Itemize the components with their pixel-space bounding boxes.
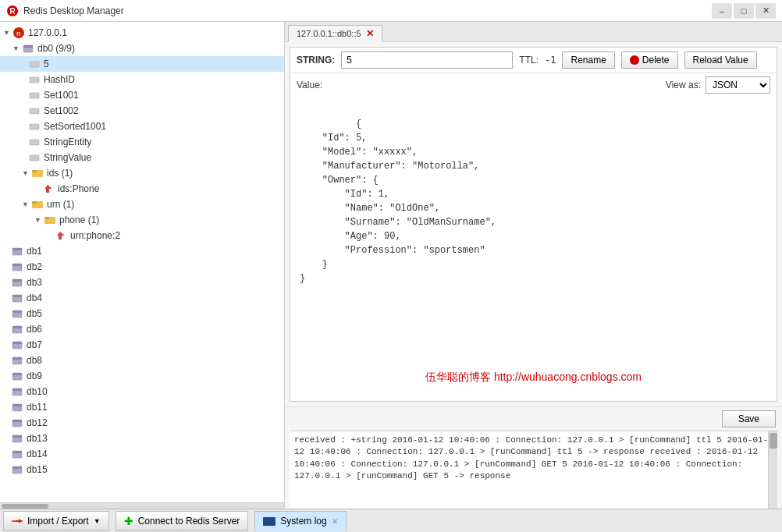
setsorted1001-node[interactable]: SetSorted1001 — [0, 119, 284, 134]
log-content[interactable]: received : +string 2016-01-12 10:40:06 :… — [290, 431, 777, 509]
right-panel: 127.0.0.1::db0::5 ✕ STRING: TTL: -1 Rena… — [285, 22, 782, 509]
ids-phone-node[interactable]: ids:Phone — [0, 181, 284, 197]
app-icon: R — [6, 5, 19, 17]
set1001-icon — [28, 89, 41, 101]
db8-label: db8 — [27, 355, 42, 366]
system-log-label: System log — [280, 516, 326, 527]
view-as-select[interactable]: JSON Plain Text HEX — [706, 76, 770, 94]
maximize-button[interactable]: □ — [734, 3, 754, 19]
urn-folder-icon — [31, 198, 44, 211]
db12-node[interactable]: db12 — [0, 415, 284, 431]
minimize-button[interactable]: – — [712, 3, 732, 19]
db3-node[interactable]: db3 — [0, 275, 284, 290]
log-scroll-thumb[interactable] — [770, 433, 777, 449]
ids-folder-node[interactable]: ▼ ids (1) — [0, 165, 284, 181]
db14-node[interactable]: db14 — [0, 446, 284, 462]
system-log-close-icon[interactable]: ✕ — [332, 517, 338, 526]
ttl-value: -1 — [545, 55, 556, 66]
import-export-dropdown-icon: ▼ — [94, 517, 101, 525]
urn-arrow: ▼ — [22, 200, 30, 208]
editor-area: STRING: TTL: -1 Rename Delete Reload Val… — [290, 47, 777, 402]
delete-label: Delete — [642, 55, 670, 66]
db8-icon — [11, 354, 23, 367]
svg-rect-14 — [32, 170, 37, 172]
db4-icon — [11, 292, 23, 304]
stringvalue-node[interactable]: StringValue — [0, 150, 284, 165]
stringentity-label: StringEntity — [44, 137, 91, 147]
left-panel: ▼ R 127.0.0.1 ▼ db0 (9/9) — [0, 22, 285, 509]
key-5-node[interactable]: 5 — [0, 56, 284, 72]
db10-node[interactable]: db10 — [0, 384, 284, 399]
db5-label: db5 — [27, 308, 42, 319]
svg-rect-32 — [12, 326, 22, 328]
db12-label: db12 — [27, 417, 48, 428]
db9-node[interactable]: db9 — [0, 368, 284, 384]
set1001-label: Set1001 — [44, 90, 79, 101]
db1-node[interactable]: db1 — [0, 243, 284, 259]
svg-rect-46 — [12, 435, 22, 438]
app-title: Redis Desktop Manager — [23, 5, 707, 16]
svg-rect-40 — [12, 388, 22, 391]
svg-rect-8 — [30, 93, 39, 98]
save-row: Save — [285, 406, 782, 431]
server-label: 127.0.0.1 — [28, 27, 67, 38]
tree-container[interactable]: ▼ R 127.0.0.1 ▼ db0 (9/9) — [0, 22, 284, 502]
svg-rect-17 — [32, 201, 37, 204]
set1002-icon — [28, 105, 41, 117]
tab-close-button[interactable]: ✕ — [366, 28, 374, 39]
import-export-button[interactable]: Import / Export ▼ — [3, 511, 109, 531]
phone-folder-node[interactable]: ▼ phone (1) — [0, 212, 284, 228]
json-display[interactable]: { "Id": 5, "Model": "xxxxx", "Manufactur… — [290, 97, 777, 401]
connect-button[interactable]: ✚ Connect to Redis Server — [116, 511, 249, 531]
title-bar: R Redis Desktop Manager – □ ✕ — [0, 0, 782, 22]
value-label-row: Value: View as: JSON Plain Text HEX — [290, 73, 777, 97]
set1001-node[interactable]: Set1001 — [0, 87, 284, 103]
view-as-container: View as: JSON Plain Text HEX — [666, 76, 770, 94]
import-export-icon — [12, 517, 23, 525]
db6-node[interactable]: db6 — [0, 321, 284, 337]
tab-db0-5[interactable]: 127.0.0.1::db0::5 ✕ — [288, 25, 382, 42]
db6-icon — [11, 323, 23, 335]
urn-phone2-node[interactable]: urn:phone:2 — [0, 228, 284, 243]
db4-label: db4 — [27, 293, 42, 303]
db5-node[interactable]: db5 — [0, 306, 284, 321]
urn-folder-label: urn (1) — [47, 199, 74, 210]
db2-node[interactable]: db2 — [0, 259, 284, 275]
delete-button[interactable]: Delete — [621, 51, 678, 69]
svg-rect-11 — [30, 140, 39, 145]
tree-scrollbar-h[interactable] — [0, 502, 284, 509]
db8-node[interactable]: db8 — [0, 353, 284, 368]
string-value-input[interactable] — [341, 51, 513, 69]
db13-label: db13 — [27, 433, 48, 444]
save-button[interactable]: Save — [722, 410, 776, 427]
watermark: 伍华聪的博客 http://wuhuacong.cnblogs.com — [425, 369, 642, 385]
db4-node[interactable]: db4 — [0, 290, 284, 306]
system-log-tab[interactable]: System log ✕ — [254, 511, 346, 531]
server-node[interactable]: ▼ R 127.0.0.1 — [0, 25, 284, 41]
reload-button[interactable]: Reload Value — [684, 51, 757, 69]
db7-node[interactable]: db7 — [0, 337, 284, 353]
db15-node[interactable]: db15 — [0, 462, 284, 477]
system-log-icon — [263, 517, 275, 526]
rename-button[interactable]: Rename — [562, 51, 614, 69]
import-export-label: Import / Export — [27, 516, 89, 527]
ttl-label: TTL: — [519, 55, 539, 66]
urn-folder-node[interactable]: ▼ urn (1) — [0, 197, 284, 212]
svg-rect-5 — [23, 45, 33, 48]
db0-label: db0 (9/9) — [37, 43, 75, 54]
scroll-thumb[interactable] — [2, 504, 48, 509]
db11-node[interactable]: db11 — [0, 399, 284, 415]
value-label: Value: — [297, 80, 322, 90]
db13-node[interactable]: db13 — [0, 431, 284, 446]
toolbar-row: STRING: TTL: -1 Rename Delete Reload Val… — [290, 48, 777, 73]
close-button[interactable]: ✕ — [755, 3, 776, 19]
db0-node[interactable]: ▼ db0 (9/9) — [0, 41, 284, 56]
db13-icon — [11, 432, 23, 445]
hashid-node[interactable]: HashID — [0, 72, 284, 87]
svg-rect-6 — [30, 62, 39, 67]
connect-icon: ✚ — [124, 515, 133, 527]
set1002-node[interactable]: Set1002 — [0, 103, 284, 119]
stringentity-node[interactable]: StringEntity — [0, 134, 284, 150]
svg-rect-24 — [12, 264, 22, 266]
log-scrollbar[interactable] — [768, 431, 777, 509]
